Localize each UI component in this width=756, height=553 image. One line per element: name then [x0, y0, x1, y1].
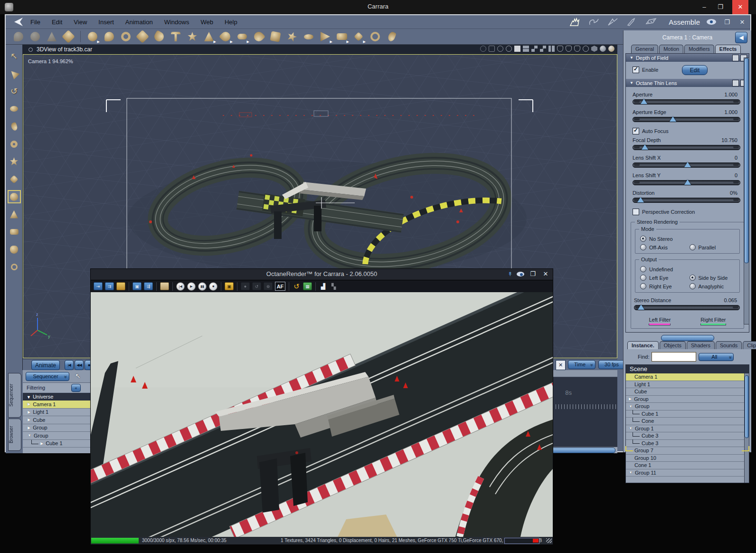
octane-render-image[interactable]	[91, 292, 553, 537]
paint-tool-icon[interactable]	[62, 30, 75, 43]
insert-fire-icon[interactable]	[253, 30, 265, 43]
octane-maximize-icon[interactable]: ❐	[529, 270, 537, 277]
go-start-button[interactable]: |◀	[65, 360, 74, 370]
panel-splitter[interactable]	[624, 334, 751, 341]
octane-lens-section-header[interactable]: ▼Octane Thin Lens	[626, 79, 749, 87]
wireframe-sphere-icon[interactable]	[480, 46, 486, 52]
render-room-icon[interactable]	[626, 17, 638, 27]
select-tool-icon[interactable]: ↖	[9, 50, 20, 62]
pan-tool-icon[interactable]	[29, 30, 41, 43]
textured-sphere-icon[interactable]	[608, 46, 614, 52]
resize-grip-icon[interactable]	[546, 538, 552, 543]
focal-depth-slider[interactable]	[633, 145, 740, 150]
scene-item-cube3b[interactable]: Cube 3	[626, 440, 749, 448]
tab-effects[interactable]: Effects	[715, 45, 741, 53]
sequencer-mode-dropdown[interactable]: Sequencer	[26, 372, 69, 381]
tab-objects[interactable]: Objects	[660, 341, 686, 349]
os-maximize-button[interactable]: ❐	[712, 0, 728, 14]
save-preset-icon[interactable]	[732, 55, 739, 61]
scene-item-group7[interactable]: Group 7	[626, 447, 749, 455]
radio-side-by-side[interactable]	[690, 275, 696, 281]
export-all-icon[interactable]: ⇉	[105, 282, 114, 290]
perspective-correction-checkbox[interactable]	[633, 209, 639, 215]
insert-terrain-icon[interactable]: ▶	[203, 30, 215, 43]
menu-help[interactable]: Help	[225, 19, 237, 26]
radio-parallel[interactable]	[690, 244, 696, 250]
back-button[interactable]: ◀	[735, 32, 747, 43]
layout-l-pane-icon[interactable]	[548, 46, 555, 52]
insert-graph-icon[interactable]: ▶	[352, 30, 365, 43]
octane-eye-icon[interactable]	[517, 272, 524, 276]
scene-item-group10[interactable]: Group 10	[626, 455, 749, 462]
time-units-dropdown[interactable]: Time	[568, 360, 595, 369]
assemble-hand-icon[interactable]	[569, 17, 581, 27]
insert-rock-icon[interactable]	[269, 30, 282, 43]
zoom-tool-icon[interactable]	[9, 261, 20, 273]
universe-header[interactable]: ▼Universe	[23, 393, 94, 400]
os-minimize-button[interactable]: –	[696, 0, 712, 14]
camera-view-icon[interactable]	[497, 46, 503, 52]
export-render-icon[interactable]: ⇥	[94, 282, 103, 290]
tab-sounds[interactable]: Sounds	[716, 341, 742, 349]
tab-modifiers[interactable]: Modifiers	[684, 45, 714, 53]
scene-item-cone1[interactable]: Cone 1	[626, 462, 749, 469]
sphere-preview-icon[interactable]	[600, 46, 606, 52]
resize-corner-left[interactable]	[625, 446, 633, 451]
resize-corner-right[interactable]	[742, 446, 749, 451]
storyboard-room-icon[interactable]	[645, 17, 657, 27]
properties-vscroll-thumb[interactable]	[744, 58, 749, 263]
play-render-button[interactable]: ▶	[187, 282, 196, 291]
save-image-icon[interactable]	[116, 282, 125, 290]
menu-edit[interactable]: Edit	[52, 19, 62, 26]
undo-icon[interactable]: ↺	[293, 283, 301, 290]
pan-view-tool-icon[interactable]	[9, 244, 20, 255]
dof-edit-button[interactable]: Edit	[682, 65, 708, 75]
auto-focus-checkbox[interactable]	[633, 128, 639, 134]
viewport-titlebar[interactable]: 3DView of track3b.car	[23, 45, 617, 54]
scene-item-cube3[interactable]: Cube 3	[626, 432, 749, 440]
tab-clips[interactable]: Clips	[743, 341, 756, 349]
octane-pin-icon[interactable]: ↟	[508, 271, 512, 277]
scene-vscrollbar[interactable]	[744, 373, 749, 483]
tree-item-group2[interactable]: ▼Group	[23, 432, 94, 440]
visibility-eye-icon[interactable]	[707, 19, 716, 25]
scene-vscroll-thumb[interactable]	[745, 375, 749, 438]
rotate-tool-icon[interactable]: ↺	[9, 86, 20, 97]
aperture-slider[interactable]	[633, 99, 740, 105]
insert-plant-icon[interactable]: ▶	[219, 30, 232, 43]
insert-vertex-object-icon[interactable]	[103, 30, 115, 43]
gizmo-icon[interactable]	[506, 46, 512, 52]
stereo-distance-slider[interactable]	[634, 305, 740, 310]
filtering-expand-button[interactable]: «	[71, 384, 81, 392]
tab-instances[interactable]: Instance.	[627, 341, 659, 349]
scene-item-camera1[interactable]: Camera 1	[626, 373, 749, 381]
pane-maximize-icon[interactable]: ❐	[723, 19, 731, 26]
menu-view[interactable]: View	[74, 19, 87, 26]
insert-particles-icon[interactable]	[186, 30, 198, 43]
model-room-icon[interactable]	[588, 17, 600, 27]
menu-windows[interactable]: Windows	[164, 19, 189, 26]
insert-target-icon[interactable]	[369, 30, 381, 43]
tab-motion[interactable]: Motion	[659, 45, 683, 53]
radio-off-axis[interactable]	[640, 244, 646, 250]
camera-tool-icon[interactable]	[9, 226, 20, 238]
shading-flat-icon[interactable]	[566, 46, 572, 52]
autofocus-toggle[interactable]: AF	[275, 282, 285, 291]
octane-close-icon[interactable]: ✕	[541, 270, 550, 277]
splitter-handle[interactable]	[661, 335, 714, 341]
insert-sphere-icon[interactable]: ▶	[86, 30, 99, 43]
scene-item-group11[interactable]: ▼Group 11	[626, 469, 749, 477]
save-preset-icon[interactable]	[732, 80, 739, 86]
color-picker-icon[interactable]: ●	[241, 282, 250, 290]
scene-item-cube1[interactable]: Cube 1	[626, 410, 749, 418]
translate-gizmo-icon[interactable]	[9, 156, 20, 167]
magnet-tool-icon[interactable]	[9, 121, 20, 132]
shading-wire-icon[interactable]	[557, 46, 563, 52]
insert-spline-icon[interactable]	[153, 30, 165, 43]
tree-item-group[interactable]: ▶Group	[23, 424, 94, 432]
step-back-button[interactable]: ◀◀	[75, 360, 84, 370]
menu-insert[interactable]: Insert	[98, 19, 114, 26]
render-camera-icon[interactable]: ▟	[319, 283, 327, 290]
eyedropper-tool-icon[interactable]	[46, 30, 58, 43]
scale-tool-icon[interactable]	[9, 103, 20, 114]
